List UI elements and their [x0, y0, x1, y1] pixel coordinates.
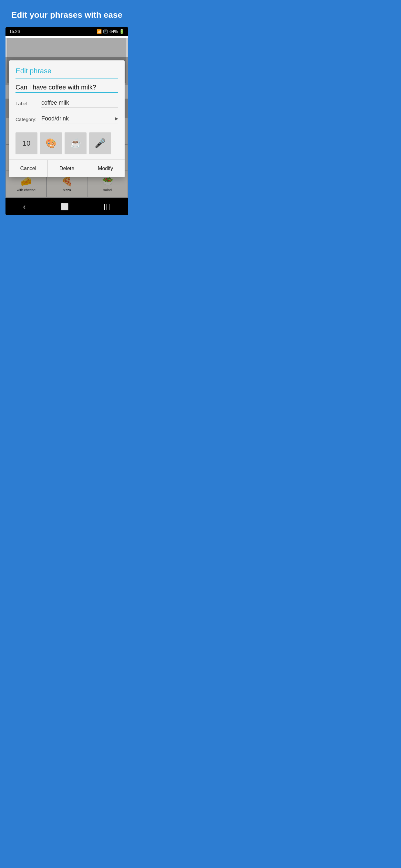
signal-icon: 📳 [103, 29, 108, 34]
microphone-icon: 🎤 [95, 138, 106, 149]
palette-button[interactable]: 🎨 [40, 132, 62, 154]
category-field-label: Category: [16, 117, 38, 122]
image-button[interactable]: ☕ [65, 132, 87, 154]
delete-button[interactable]: Delete [48, 160, 87, 177]
microphone-button[interactable]: 🎤 [89, 132, 111, 154]
icon-row: 10 🎨 ☕ 🎤 [9, 127, 125, 159]
battery-icon: 🔋 [119, 29, 124, 34]
bottom-nav: ‹ ⬜ ||| [5, 198, 128, 215]
number-button[interactable]: 10 [16, 132, 37, 154]
edit-phrase-dialog: Edit phrase Label: coffee milk Category:… [9, 60, 125, 177]
label-field-value[interactable]: coffee milk [41, 99, 118, 107]
cancel-button[interactable]: Cancel [9, 160, 48, 177]
dialog-title-underline [16, 78, 118, 79]
battery-text: 64% [110, 29, 118, 34]
phone-frame: 15:26 📶 📳 64% 🔋 Common History ✕ 🔊 ☕ mil… [5, 27, 128, 215]
number-value: 10 [23, 139, 30, 148]
dialog-title: Edit phrase [9, 60, 125, 75]
status-right: 📶 📳 64% 🔋 [96, 29, 124, 34]
status-bar: 15:26 📶 📳 64% 🔋 [5, 27, 128, 36]
cup-icon: ☕ [70, 138, 81, 149]
home-button[interactable]: ⬜ [61, 203, 69, 211]
palette-icon: 🎨 [45, 138, 57, 149]
page-header: Edit your phrases with ease [0, 0, 134, 27]
back-button[interactable]: ‹ [23, 202, 26, 211]
status-time: 15:26 [9, 29, 20, 34]
category-value-text: Food/drink [41, 115, 69, 122]
dialog-actions: Cancel Delete Modify [9, 159, 125, 177]
phrase-input[interactable] [16, 84, 118, 93]
dialog-overlay: Edit phrase Label: coffee milk Category:… [5, 57, 128, 198]
category-field-row: Category: Food/drink ▶ [9, 112, 125, 127]
page-title: Edit your phrases with ease [6, 10, 127, 21]
label-field-row: Label: coffee milk [9, 96, 125, 112]
category-dropdown-arrow: ▶ [115, 116, 118, 121]
modify-button[interactable]: Modify [86, 160, 125, 177]
wifi-icon: 📶 [96, 29, 102, 34]
category-field-value[interactable]: Food/drink ▶ [41, 115, 118, 123]
recent-button[interactable]: ||| [104, 203, 111, 210]
label-field-label: Label: [16, 101, 38, 106]
